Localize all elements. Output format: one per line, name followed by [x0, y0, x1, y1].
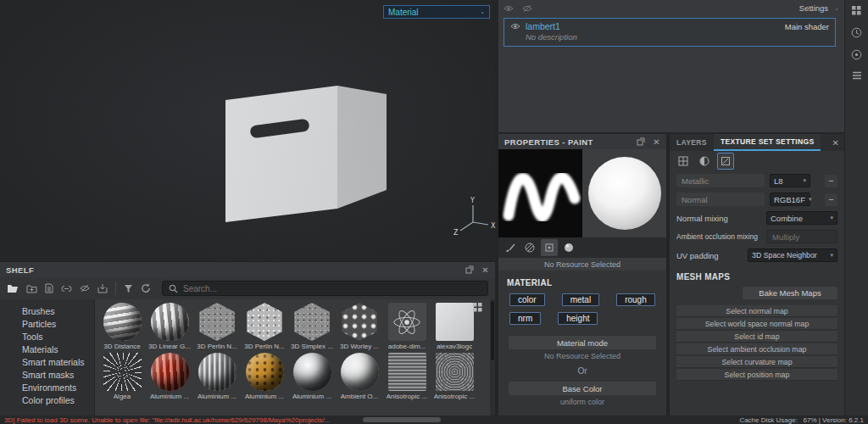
uv-padding-dropdown[interactable]: 3D Space Neighbor ▾ — [748, 248, 837, 262]
category-particles[interactable]: Particles — [0, 317, 94, 330]
normal-format-dropdown[interactable]: RGB16F ▾ — [770, 192, 810, 206]
tab-texture-set-settings[interactable]: TEXTURE SET SETTINGS — [714, 134, 821, 151]
viewport-3d[interactable]: Material ⌄ Y Z X — [0, 0, 495, 261]
shelf-thumbnail[interactable]: 3D Linear G... — [146, 303, 193, 350]
edit-settings-icon[interactable] — [717, 153, 734, 170]
open-folder-icon[interactable] — [7, 284, 19, 293]
add-folder-icon[interactable] — [26, 284, 37, 293]
select-ambient-occlusion-map-button[interactable]: Select ambient occlusion map — [676, 343, 837, 355]
category-brushes[interactable]: Brushes — [0, 304, 94, 317]
material-mode-button[interactable]: Material mode — [509, 336, 656, 349]
category-smart-masks[interactable]: Smart masks — [0, 368, 94, 381]
shelf-thumbnail[interactable]: alexav3logc — [431, 303, 478, 350]
bake-mesh-maps-button[interactable]: Bake Mesh Maps — [743, 287, 837, 299]
shelf-thumbnail[interactable]: 3D Perlin N... — [193, 303, 241, 350]
shelf-thumbnail[interactable]: 3D Perlin N... — [241, 303, 288, 350]
select-curvature-map-button[interactable]: Select curvature map — [676, 356, 837, 368]
select-world-space-normal-map-button[interactable]: Select world space normal map — [676, 318, 837, 330]
shelf-categories: Brushes Particles Tools Materials Smart … — [0, 299, 95, 416]
close-icon[interactable]: ✕ — [481, 265, 489, 275]
channel-row: Metallic L8 ▾ − — [670, 171, 844, 190]
shelf-thumbnail[interactable]: Anisotropic ... — [431, 353, 478, 400]
shader-list-item[interactable]: lambert1 Main shader No description — [504, 18, 836, 47]
display-settings-icon[interactable] — [851, 49, 862, 60]
search-box[interactable] — [162, 281, 488, 296]
shelf-thumbnail[interactable]: Aluminium ... — [193, 353, 241, 400]
channel-rough-button[interactable]: rough — [616, 293, 655, 306]
horizontal-scrollbar[interactable] — [363, 417, 441, 422]
channel-height-button[interactable]: height — [558, 312, 598, 325]
popout-icon[interactable] — [637, 137, 645, 146]
brush-mode-icon[interactable] — [502, 239, 519, 256]
setting-row: Ambient occlusion mixing Multiply — [670, 227, 844, 246]
shelf-thumbnail[interactable]: 3D Worley ... — [336, 303, 383, 350]
shelf-thumbnail[interactable]: adobe-dim... — [383, 303, 431, 350]
model-3d-box[interactable] — [217, 80, 393, 229]
select-normal-map-button[interactable]: Select normal map — [676, 305, 837, 317]
channels-grid-icon[interactable] — [675, 153, 692, 170]
close-icon[interactable]: ✕ — [653, 137, 660, 147]
channel-color-button[interactable]: color — [509, 293, 545, 306]
refresh-icon[interactable] — [141, 283, 151, 293]
striped-sphere-preview — [103, 303, 142, 341]
shelf-thumbnail[interactable]: 3D Distance — [98, 303, 146, 350]
shelf-thumbnail[interactable]: Anisotropic ... — [383, 353, 431, 400]
shelf-thumbnail[interactable]: Ambient O... — [336, 353, 383, 400]
dropdown-arrow-icon: ▾ — [803, 177, 806, 184]
shelf-thumbnail[interactable]: Aluminium ... — [241, 353, 288, 400]
link-icon[interactable] — [61, 285, 72, 293]
category-environments[interactable]: Environments — [0, 381, 94, 393]
dropdown-arrow-icon: ▾ — [830, 215, 833, 221]
axis-gizmo: Y Z X — [449, 195, 497, 236]
shelf-title: SHELF — [6, 265, 34, 275]
shelf-thumbnail[interactable]: Algea — [98, 353, 146, 400]
normal-mixing-value: Combine — [771, 214, 803, 223]
category-smart-materials[interactable]: Smart materials — [0, 355, 94, 368]
select-position-map-button[interactable]: Select position map — [676, 369, 837, 381]
select-id-map-button[interactable]: Select id map — [676, 331, 837, 343]
hide-resources-icon[interactable] — [80, 284, 90, 293]
category-tools[interactable]: Tools — [0, 330, 94, 343]
shelf-vertical-scrollbar[interactable] — [490, 299, 495, 416]
shader-name: lambert1 — [526, 21, 560, 31]
search-input[interactable] — [183, 284, 481, 293]
channel-nrm-button[interactable]: nrm — [509, 312, 541, 325]
thumbnail-label: Anisotropic ... — [434, 393, 475, 400]
normal-mixing-dropdown[interactable]: Combine ▾ — [766, 211, 837, 225]
shelf-thumbnail[interactable]: Aluminium ... — [146, 353, 193, 400]
eye-icon[interactable] — [510, 22, 520, 31]
import-resources-icon[interactable] — [97, 283, 108, 293]
stencil-mode-icon[interactable] — [541, 239, 558, 256]
material-mode-icon[interactable] — [560, 239, 577, 256]
panels-icon[interactable] — [851, 5, 862, 16]
filter-icon[interactable] — [124, 284, 133, 293]
eye-off-icon[interactable] — [522, 4, 532, 13]
eye-icon[interactable] — [504, 4, 514, 13]
category-color-profiles[interactable]: Color profiles — [0, 393, 94, 406]
popout-icon[interactable] — [465, 265, 474, 274]
texture-panel-tabs: LAYERS TEXTURE SET SETTINGS ✕ — [670, 134, 844, 151]
shelf-thumbnail[interactable]: Aluminium ... — [288, 353, 336, 400]
log-icon[interactable] — [852, 71, 862, 80]
material-selector[interactable]: Material ⌄ — [383, 5, 490, 19]
settings-button[interactable]: Settings ⌄ — [799, 3, 839, 13]
scrollbar-handle[interactable] — [491, 301, 494, 360]
shelf-thumbnail[interactable]: 3D Simplex ... — [288, 303, 336, 350]
document-icon[interactable] — [45, 283, 53, 293]
tab-layers[interactable]: LAYERS — [670, 134, 714, 151]
metallic-format-dropdown[interactable]: L8 ▾ — [770, 174, 810, 187]
half-sphere-icon[interactable] — [696, 153, 713, 170]
metallic-format-value: L8 — [774, 176, 783, 186]
remove-channel-button[interactable]: − — [825, 193, 837, 206]
thumbnail-label: adobe-dim... — [388, 343, 426, 350]
chevron-down-icon: ⌄ — [834, 5, 839, 12]
ringed-sphere-preview — [151, 303, 189, 341]
channel-metal-button[interactable]: metal — [562, 293, 599, 306]
pattern-mode-icon[interactable] — [521, 239, 538, 256]
category-materials[interactable]: Materials — [0, 343, 94, 355]
base-color-button[interactable]: Base Color — [509, 382, 656, 395]
history-icon[interactable] — [851, 27, 862, 38]
grid-view-icon[interactable] — [473, 303, 482, 312]
remove-channel-button[interactable]: − — [825, 175, 837, 187]
close-icon[interactable]: ✕ — [832, 138, 844, 148]
